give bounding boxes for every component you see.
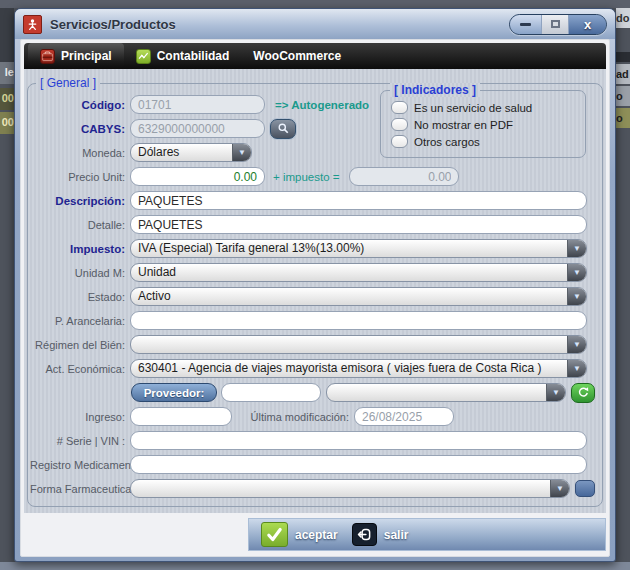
field-row-arancelaria: P. Arancelaria: [28, 311, 602, 330]
tab-contabilidad[interactable]: Contabilidad [124, 43, 242, 69]
servicios-productos-dialog: Servicios/Productos x Principal Contabil… [14, 8, 616, 562]
titlebar[interactable]: Servicios/Productos x [15, 9, 615, 39]
exit-label: salir [384, 528, 409, 542]
arancelaria-input[interactable] [130, 311, 587, 330]
serie-input[interactable] [130, 431, 587, 450]
parent-fragment-header: ad [616, 64, 630, 84]
indicator-row: Es un servicio de salud [391, 99, 585, 116]
indicator-row: Otros cargos [391, 133, 585, 150]
tab-label: Contabilidad [157, 49, 230, 63]
field-row-serie: # Serie | VIN : [28, 431, 602, 450]
toolbox-icon [40, 49, 55, 64]
forma-extra-button[interactable] [575, 480, 595, 497]
accept-label: aceptar [295, 528, 338, 542]
proveedor-refresh-button[interactable] [571, 383, 595, 403]
proveedor-code-input[interactable] [221, 383, 321, 402]
field-row-descripcion: Descripción: [28, 191, 602, 210]
checkbox-label: Es un servicio de salud [414, 102, 532, 114]
exit-button[interactable]: salir [352, 523, 409, 546]
tab-bar: Principal Contabilidad WooCommerce [24, 43, 606, 69]
cabys-search-button[interactable] [270, 119, 296, 139]
autogenerado-note: => Autogenerado [275, 99, 369, 111]
regimen-value [131, 336, 567, 353]
impuesto-select[interactable]: IVA (Especial) Tarifa general 13%(13.00%… [130, 239, 587, 258]
dropdown-arrow-icon [546, 384, 565, 401]
actividad-select[interactable]: 630401 - Agencia de viajes mayorista emi… [130, 359, 587, 378]
dropdown-arrow-icon [232, 144, 251, 161]
window-controls: x [509, 14, 607, 35]
dialog-content-frame: Principal Contabilidad WooCommerce [ Gen… [20, 39, 610, 557]
checkbox-servicio-salud[interactable] [391, 101, 408, 114]
indicadores-group: [ Indicadores ] Es un servicio de salud … [380, 90, 586, 158]
parent-fragment-dark [0, 8, 14, 62]
proveedor-select[interactable] [326, 383, 566, 402]
action-button-bar: aceptar salir [248, 518, 606, 551]
field-row-ingreso: Ingreso: Última modificación: [28, 407, 602, 426]
dropdown-arrow-icon [567, 288, 586, 305]
cabys-input[interactable] [130, 119, 265, 138]
parent-fragment-text: le [0, 62, 14, 84]
maximize-icon [551, 20, 560, 28]
checkbox-otros-cargos[interactable] [391, 135, 408, 148]
field-row-proveedor: Proveedor: [28, 383, 602, 402]
impuesto-label: Impuesto: [30, 243, 130, 255]
ingreso-label: Ingreso: [30, 411, 130, 423]
exit-door-icon [352, 523, 377, 546]
impuesto-suffix-label: + impuesto = [273, 171, 339, 183]
actividad-value: 630401 - Agencia de viajes mayorista emi… [131, 360, 567, 377]
precio-input[interactable] [130, 167, 265, 186]
detalle-input[interactable] [130, 215, 587, 234]
indicator-row: No mostrar en PDF [391, 116, 585, 133]
unidad-select[interactable]: Unidad [130, 263, 587, 282]
field-row-forma: Forma Farmaceutica: [28, 479, 602, 498]
detalle-label: Detalle: [30, 219, 130, 231]
regimen-select[interactable] [130, 335, 587, 354]
dropdown-arrow-icon [567, 264, 586, 281]
checkbox-label: Otros cargos [414, 136, 480, 148]
parent-window-bottom-strip [0, 562, 630, 570]
forma-select[interactable] [130, 479, 570, 498]
minimize-button[interactable] [510, 15, 541, 34]
actividad-label: Act. Económica: [30, 363, 130, 375]
moneda-value: Dólares [131, 144, 232, 161]
indicadores-title: [ Indicadores ] [390, 83, 480, 97]
registro-input[interactable] [130, 455, 587, 474]
modificacion-input[interactable] [354, 407, 454, 426]
dropdown-arrow-icon [567, 360, 586, 377]
field-row-unidad: Unidad M: Unidad [28, 263, 602, 282]
forma-label: Forma Farmaceutica: [30, 483, 130, 495]
checkbox-no-mostrar-pdf[interactable] [391, 118, 408, 131]
estado-value: Activo [131, 288, 567, 305]
estado-label: Estado: [30, 291, 130, 303]
tab-principal[interactable]: Principal [28, 43, 124, 69]
descripcion-label: Descripción: [30, 195, 130, 207]
moneda-select[interactable]: Dólares [130, 143, 252, 162]
codigo-input[interactable] [130, 95, 265, 114]
general-group: [ General ] [ Indicadores ] Es un servic… [27, 83, 603, 507]
ingreso-input[interactable] [130, 407, 232, 426]
field-row-regimen: Régimen del Bién: [28, 335, 602, 354]
moneda-label: Moneda: [30, 147, 130, 159]
close-button[interactable]: x [569, 15, 606, 34]
forma-value [131, 480, 550, 497]
precio-con-impuesto-input[interactable] [349, 167, 459, 186]
descripcion-input[interactable] [130, 191, 587, 210]
parent-fragment-cell: o [616, 86, 630, 106]
minimize-icon [520, 23, 531, 26]
proveedor-button[interactable]: Proveedor: [131, 383, 217, 402]
chart-icon [136, 49, 151, 64]
tab-label: Principal [61, 49, 112, 63]
field-row-registro: Registro Medicamento: [28, 455, 602, 474]
estado-select[interactable]: Activo [130, 287, 587, 306]
app-logo-icon [23, 15, 42, 34]
parent-window-top-strip [0, 0, 630, 8]
unidad-value: Unidad [131, 264, 567, 281]
accept-button[interactable]: aceptar [261, 522, 338, 547]
maximize-button[interactable] [541, 15, 569, 34]
tab-woocommerce[interactable]: WooCommerce [241, 43, 353, 69]
group-title: [ General ] [36, 76, 100, 90]
tab-page-general: [ General ] [ Indicadores ] Es un servic… [24, 69, 606, 513]
field-row-precio: Precio Unit: + impuesto = [28, 167, 602, 186]
impuesto-value: IVA (Especial) Tarifa general 13%(13.00%… [131, 240, 567, 257]
parent-fragment-cell: 00 [0, 88, 14, 110]
